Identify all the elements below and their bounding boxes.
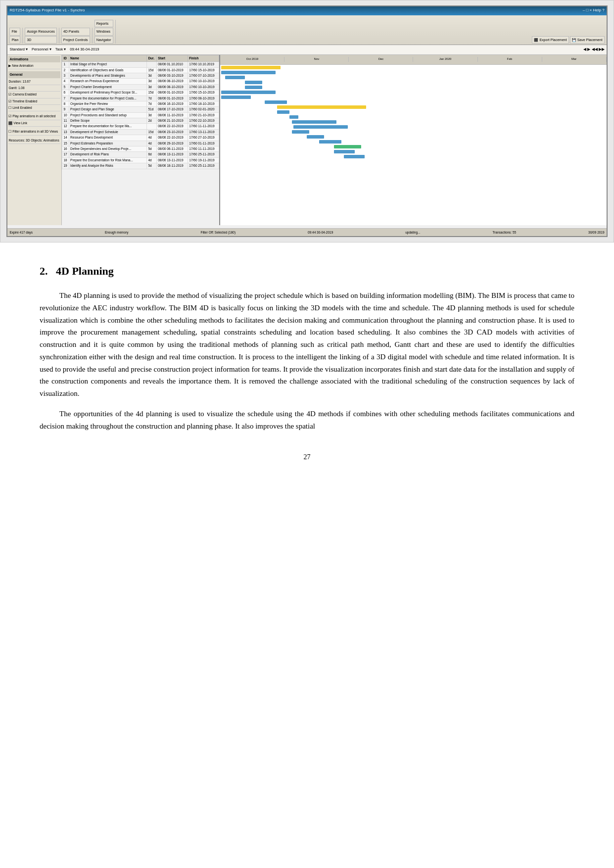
gantt-bar-18 bbox=[334, 150, 355, 153]
window-controls: – □ × Help ? bbox=[583, 7, 605, 14]
screenshot-container: RDT254-Syllabus Project File v1 - Synchr… bbox=[0, 0, 614, 242]
gantt-bar-2 bbox=[221, 71, 276, 74]
duration-label: Duration: 13.67 bbox=[8, 79, 60, 85]
status-expire: Expire 417 days bbox=[9, 230, 33, 235]
window-title: RDT254-Syllabus Project File v1 - Synchr… bbox=[9, 7, 85, 14]
ribbon-group-reports: Reports Windows Navigator bbox=[94, 20, 116, 44]
table-row: 7Prepare the documentation for Project C… bbox=[62, 96, 219, 101]
table-row: 2Identification of Objectives and Goals1… bbox=[62, 67, 219, 73]
table-row: 16Define Dependencies and Develop Proje.… bbox=[62, 146, 219, 152]
table-row: 13Development of Project Schedule15d08/0… bbox=[62, 129, 219, 135]
ms-project-window: RDT254-Syllabus Project File v1 - Synchr… bbox=[6, 5, 607, 237]
tl-oct: Oct 2019 bbox=[220, 57, 284, 62]
left-panel: Animations ▶ New Animation General Durat… bbox=[7, 55, 62, 225]
status-filter: Filter Off: Selected (180) bbox=[200, 230, 236, 235]
tl-jan: Jan 2020 bbox=[413, 57, 477, 62]
gantt-bar-14 bbox=[292, 130, 309, 134]
gantt-bar-1 bbox=[221, 66, 281, 69]
gantt-bar-11 bbox=[289, 115, 298, 119]
ribbon-btn-save-placement[interactable]: 💾 Save Placement bbox=[570, 36, 605, 44]
tl-nov: Nov bbox=[284, 57, 349, 62]
ribbon-btn-reports[interactable]: Reports bbox=[94, 20, 113, 27]
col-finish: Finish bbox=[188, 55, 219, 61]
gantt-chart: Oct 2019 Nov Dec Jan 2020 Feb Mar bbox=[220, 55, 606, 225]
task-table: ID Name Dur. Start Finish 1Initial Stage… bbox=[62, 55, 220, 225]
ribbon-btn-assign[interactable]: Assign Resources bbox=[25, 28, 56, 35]
ms-project-ui: RDT254-Syllabus Project File v1 - Synchr… bbox=[7, 6, 606, 236]
col-id: ID bbox=[62, 55, 69, 61]
ribbon-btn-export-placement[interactable]: ⬛ Export Placement bbox=[532, 36, 568, 44]
gantt-bar-19 bbox=[344, 155, 365, 158]
ribbon-btn-plan[interactable]: Plan bbox=[9, 36, 20, 44]
table-row: 4Research on Previous Experience3d08/06 … bbox=[62, 79, 219, 84]
table-row: 14Resource Plans Development4d08/06 22-1… bbox=[62, 135, 219, 141]
table-row: 3Developments of Plans and Strategies3d0… bbox=[62, 73, 219, 78]
page-number: 27 bbox=[40, 452, 574, 463]
gantt-bar-10 bbox=[277, 110, 289, 114]
filter-section: ☐ Filter animations in all 3D Views bbox=[8, 129, 60, 135]
gantt-bar-8 bbox=[265, 100, 287, 104]
title-bar: RDT254-Syllabus Project File v1 - Synchr… bbox=[7, 6, 606, 15]
table-row: 17Development of Risk Plans6d08/06 13-11… bbox=[62, 152, 219, 157]
gantt-label: Gantt: 1.08 bbox=[8, 85, 60, 92]
table-row: 1Initial Stage of the Project08/06 01.10… bbox=[62, 62, 219, 67]
resources-section-label: Resources: 3D Objects: Animations bbox=[8, 138, 60, 144]
toolbar: Standard ▾ Personnel ▾ Task ▾ 09:44 30-0… bbox=[7, 45, 606, 55]
table-row: 11Define Scope2d08/06 21-10-201917/60 22… bbox=[62, 118, 219, 124]
ribbon-btn-windows[interactable]: Windows bbox=[94, 28, 113, 35]
table-row: 19Identify and Analyze the Risks5d08/06 … bbox=[62, 163, 219, 169]
col-start: Start bbox=[157, 55, 188, 61]
status-bar: Expire 417 days Enough memory Filter Off… bbox=[7, 228, 606, 236]
toolbar-personnel: Personnel ▾ bbox=[32, 47, 51, 52]
gantt-bar-13 bbox=[293, 125, 348, 129]
col-name: Name bbox=[69, 55, 147, 61]
status-datetime: 09:44 30-04-2019 bbox=[308, 230, 333, 235]
table-row: 9Project Design and Plan Stage51d08/06 1… bbox=[62, 107, 219, 112]
gantt-bar-5 bbox=[245, 86, 262, 89]
general-header: General bbox=[8, 71, 60, 78]
ribbon-group-4d: 4D Panels Project Controls bbox=[61, 28, 93, 43]
table-row: 5Project Charter Development3d08/06 08-1… bbox=[62, 84, 219, 90]
gantt-area: ID Name Dur. Start Finish 1Initial Stage… bbox=[62, 55, 606, 225]
tl-feb: Feb bbox=[478, 57, 542, 62]
toolbar-nav-controls: ◀ ▶ ◀◀ ▶▶ bbox=[583, 47, 604, 52]
tl-mar: Mar bbox=[542, 57, 607, 62]
camera-enabled[interactable]: ☑ Camera Enabled bbox=[8, 92, 60, 98]
ribbon-btn-file[interactable]: File bbox=[9, 28, 20, 35]
table-row: 10Project Procedures and Standard setup3… bbox=[62, 112, 219, 118]
ribbon-group-resources: Assign Resources 3D bbox=[25, 28, 59, 43]
gantt-bar-3 bbox=[225, 76, 245, 79]
tl-dec: Dec bbox=[349, 57, 413, 62]
table-row: 15Project Estimates Preparation4d08/06 2… bbox=[62, 141, 219, 146]
status-memory: Enough memory bbox=[105, 230, 129, 235]
status-transactions: Transactions: 55 bbox=[492, 230, 516, 235]
section-heading: 2. 4D Planning bbox=[40, 262, 574, 280]
playback-section: ☑ Play animations in all selected ⬛ View… bbox=[8, 113, 60, 127]
section-title: 4D Planning bbox=[56, 265, 114, 277]
ribbon-btn-project-controls[interactable]: Project Controls bbox=[61, 36, 90, 44]
timeline-enabled[interactable]: ☑ Timeline Enabled bbox=[8, 98, 60, 105]
animations-panel-new[interactable]: ▶ New Animation bbox=[8, 63, 60, 69]
status-updating: updating... bbox=[405, 230, 420, 235]
ribbon-btn-4d-panels[interactable]: 4D Panels bbox=[61, 28, 90, 35]
limit-enabled[interactable]: ☐ Limit Enabled bbox=[8, 105, 60, 111]
ribbon-btn-navigator[interactable]: Navigator bbox=[94, 36, 113, 44]
gantt-bar-7 bbox=[221, 96, 251, 99]
animations-panel-header: Animations bbox=[8, 56, 60, 62]
section-number: 2. bbox=[40, 265, 48, 277]
toolbar-standard: Standard ▾ bbox=[9, 47, 28, 52]
toolbar-task: Task ▾ bbox=[55, 47, 66, 52]
resources-label: Resources: 3D Objects: Animations bbox=[8, 138, 60, 144]
filter-animations[interactable]: ☐ Filter animations in all 3D Views bbox=[8, 129, 60, 135]
gantt-bar-6 bbox=[221, 91, 276, 94]
col-duration: Dur. bbox=[147, 55, 157, 61]
gantt-bar-9 bbox=[277, 105, 366, 109]
table-row: 12Prepare the documentation for Scope Ma… bbox=[62, 124, 219, 129]
status-clock: 30/09 2019 bbox=[588, 230, 605, 235]
gantt-bar-12 bbox=[292, 120, 336, 124]
view-link[interactable]: ⬛ View Link bbox=[8, 120, 60, 127]
content-area: 2. 4D Planning The 4D planning is used t… bbox=[0, 242, 614, 483]
table-row: 8Organize the Peer Review7d08/06 16-10-2… bbox=[62, 101, 219, 106]
ribbon-btn-3d[interactable]: 3D bbox=[25, 36, 56, 44]
play-animations[interactable]: ☑ Play animations in all selected bbox=[8, 113, 60, 120]
